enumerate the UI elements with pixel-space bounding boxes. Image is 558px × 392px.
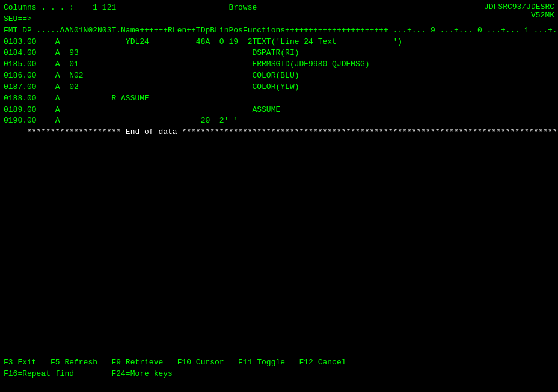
row-0186: 0186.00 A N02 COLOR(BLU)	[4, 70, 554, 82]
row-0190: 0190.00 A 20 2' '	[4, 115, 554, 127]
version-label: V52MK	[531, 11, 554, 20]
row-0183: 0183.00 A YDL24 48A O 19 2TEXT('Line 24 …	[4, 37, 554, 48]
main-screen: JDFSRC93/JDESRC V52MK Columns . . . : 1 …	[0, 0, 558, 392]
title-top-right: JDFSRC93/JDESRC	[484, 2, 554, 11]
row-0185: 0185.00 A 01 ERRMSGID(JDE9980 QJDEMSG)	[4, 59, 554, 70]
content-area: Columns . . . : 1 121 Browse SEU==> FMT …	[4, 2, 554, 138]
footer-line-1: F3=Exit F5=Refresh F9=Retrieve F10=Curso…	[4, 357, 346, 369]
row-0187: 0187.00 A 02 COLOR(YLW)	[4, 82, 554, 93]
footer-line-2: F16=Repeat find F24=More keys	[4, 369, 346, 380]
fmt-line: FMT DP .....AAN01N02N03T.Name++++++RLen+…	[4, 25, 554, 37]
footer-area: F3=Exit F5=Refresh F9=Retrieve F10=Curso…	[4, 357, 346, 380]
row-0188: 0188.00 A R ASSUME	[4, 93, 554, 105]
row-0189: 0189.00 A ASSUME	[4, 105, 554, 116]
row-0184: 0184.00 A 93 DSPATR(RI)	[4, 47, 554, 59]
seu-line[interactable]: SEU==>	[4, 14, 554, 25]
columns-line: Columns . . . : 1 121 Browse	[4, 2, 554, 14]
end-of-data-line: ******************** End of data *******…	[4, 127, 554, 138]
